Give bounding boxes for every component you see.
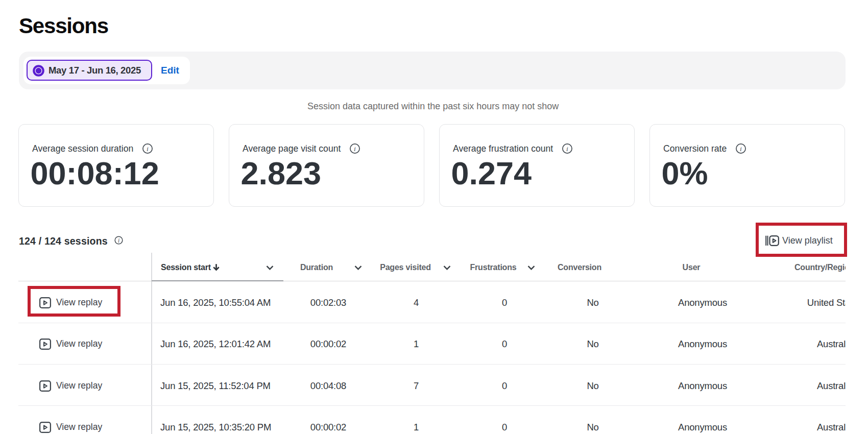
svg-text:i: i — [118, 237, 119, 244]
svg-text:i: i — [354, 145, 356, 153]
svg-text:i: i — [740, 145, 742, 153]
svg-text:i: i — [147, 145, 149, 153]
svg-text:i: i — [566, 145, 568, 153]
